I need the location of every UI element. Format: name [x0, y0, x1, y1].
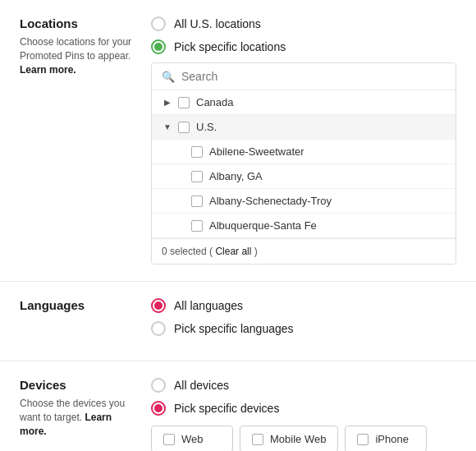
languages-all-radio-circle	[151, 298, 166, 313]
tree-label-canada: Canada	[196, 96, 234, 108]
search-input[interactable]	[181, 70, 446, 83]
devices-specific-radio-label: Pick specific devices	[174, 402, 279, 415]
device-iphone-label: iPhone	[375, 433, 408, 445]
checkbox-us[interactable]	[178, 122, 190, 133]
locations-desc: Choose locations for your Promoted Pins …	[20, 35, 138, 76]
locations-specific-radio[interactable]: Pick specific locations	[151, 39, 456, 54]
clear-all-link[interactable]: Clear all	[215, 246, 251, 257]
search-bar: 🔍	[152, 63, 455, 90]
expand-icon-us: ▼	[162, 122, 173, 131]
locations-specific-radio-circle	[151, 39, 166, 54]
locations-tree: 🔍 ▶ Canada ▼ U.S. Abilene-Sweetwater	[151, 62, 456, 265]
locations-left: Locations Choose locations for your Prom…	[20, 16, 151, 265]
tree-row-abilene[interactable]: Abilene-Sweetwater	[152, 140, 455, 164]
device-mobile-web[interactable]: Mobile Web	[240, 426, 338, 451]
locations-section: Locations Choose locations for your Prom…	[0, 0, 476, 282]
devices-specific-radio[interactable]: Pick specific devices	[151, 401, 456, 416]
tree-row-albany-troy[interactable]: Albany-Schenectady-Troy	[152, 189, 455, 214]
expand-icon-canada: ▶	[162, 98, 173, 107]
languages-section: Languages All languages Pick specific la…	[0, 282, 476, 361]
languages-right: All languages Pick specific languages	[151, 298, 456, 344]
locations-all-radio-label: All U.S. locations	[174, 17, 261, 30]
checkbox-albany-troy[interactable]	[191, 196, 203, 207]
tree-label-albany-troy: Albany-Schenectady-Troy	[209, 195, 332, 207]
devices-section: Devices Choose the devices you want to t…	[0, 361, 476, 451]
search-icon: 🔍	[162, 71, 175, 83]
languages-specific-radio[interactable]: Pick specific languages	[151, 321, 456, 336]
devices-desc: Choose the devices you want to target. L…	[20, 397, 138, 438]
tree-row-albuquerque[interactable]: Albuquerque-Santa Fe	[152, 214, 455, 238]
languages-specific-radio-label: Pick specific languages	[174, 322, 294, 335]
checkbox-albuquerque[interactable]	[191, 220, 203, 232]
languages-all-radio-label: All languages	[174, 299, 243, 312]
checkbox-mobile-web	[252, 434, 263, 445]
tree-footer: 0 selected ( Clear all )	[152, 238, 455, 264]
tree-label-abilene: Abilene-Sweetwater	[209, 145, 304, 158]
device-grid: Web Mobile Web iPhone iPad Android Mobil…	[151, 426, 456, 451]
devices-title: Devices	[20, 378, 138, 392]
device-mobile-web-label: Mobile Web	[270, 433, 326, 445]
tree-row-us[interactable]: ▼ U.S.	[152, 115, 455, 140]
locations-all-radio[interactable]: All U.S. locations	[151, 16, 456, 31]
locations-right: All U.S. locations Pick specific locatio…	[151, 16, 456, 265]
devices-all-radio-label: All devices	[174, 379, 229, 392]
checkbox-albany-ga[interactable]	[191, 171, 203, 182]
devices-all-radio[interactable]: All devices	[151, 378, 456, 393]
device-iphone[interactable]: iPhone	[345, 426, 427, 451]
tree-row-canada[interactable]: ▶ Canada	[152, 90, 455, 115]
tree-label-albany-ga: Albany, GA	[209, 170, 263, 182]
tree-row-albany-ga[interactable]: Albany, GA	[152, 164, 455, 189]
checkbox-iphone	[357, 434, 368, 445]
device-web-label: Web	[181, 433, 204, 445]
device-web[interactable]: Web	[151, 426, 233, 451]
languages-title: Languages	[20, 298, 138, 312]
selected-count: 0 selected	[162, 246, 207, 257]
devices-specific-radio-circle	[151, 401, 166, 416]
locations-learn-more[interactable]: Learn more.	[20, 64, 76, 76]
locations-title: Locations	[20, 16, 138, 30]
devices-right: All devices Pick specific devices Web Mo…	[151, 378, 456, 451]
tree-label-albuquerque: Albuquerque-Santa Fe	[209, 219, 317, 232]
tree-label-us: U.S.	[196, 121, 217, 133]
checkbox-abilene[interactable]	[191, 146, 203, 158]
devices-all-radio-circle	[151, 378, 166, 393]
languages-specific-radio-circle	[151, 321, 166, 336]
languages-all-radio[interactable]: All languages	[151, 298, 456, 313]
checkbox-web	[163, 434, 175, 445]
locations-all-radio-circle	[151, 16, 166, 31]
locations-specific-radio-label: Pick specific locations	[174, 40, 286, 53]
checkbox-canada[interactable]	[178, 97, 190, 108]
devices-left: Devices Choose the devices you want to t…	[20, 378, 151, 451]
languages-left: Languages	[20, 298, 151, 344]
